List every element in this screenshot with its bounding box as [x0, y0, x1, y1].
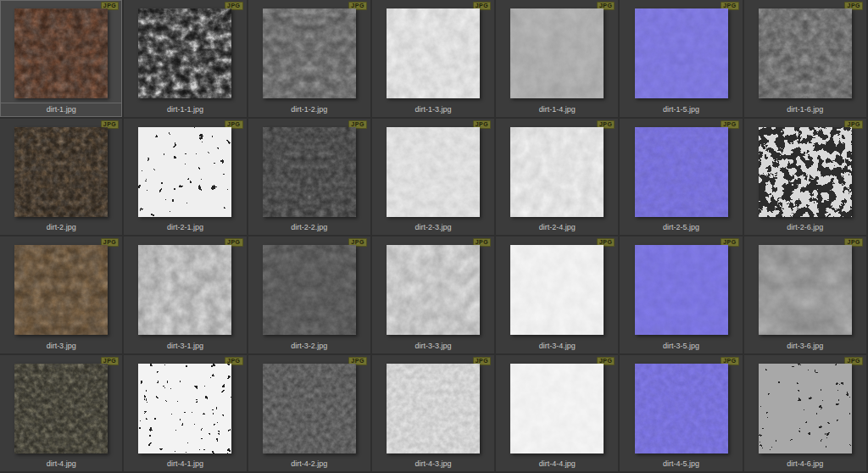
file-grid: JPGdirt-1.jpgJPGdirt-1-1.jpgJPGdirt-1-2.…	[0, 0, 868, 473]
texture-preview	[759, 8, 852, 98]
filename-label: dirt-2-6.jpg	[744, 221, 866, 235]
file-cell[interactable]: JPGdirt-3-1.jpg	[124, 236, 248, 355]
filename-label: dirt-3-6.jpg	[744, 340, 866, 353]
file-cell[interactable]: JPGdirt-2-3.jpg	[372, 119, 496, 237]
thumbnail[interactable]	[759, 127, 852, 217]
texture-preview	[759, 127, 852, 217]
file-cell[interactable]: JPGdirt-2.jpg	[0, 119, 124, 237]
file-cell[interactable]: JPGdirt-2-1.jpg	[124, 119, 248, 237]
texture-preview	[387, 8, 480, 98]
filename-label: dirt-4-4.jpg	[496, 458, 618, 471]
texture-preview	[510, 8, 604, 98]
thumbnail[interactable]	[263, 127, 356, 217]
texture-preview	[635, 8, 728, 98]
thumbnail[interactable]	[14, 364, 108, 454]
file-cell[interactable]: JPGdirt-4-2.jpg	[248, 355, 372, 473]
thumbnail[interactable]	[387, 127, 480, 217]
thumbnail[interactable]	[635, 8, 728, 98]
file-cell[interactable]: JPGdirt-3-2.jpg	[248, 236, 372, 355]
texture-preview	[14, 8, 108, 98]
file-cell[interactable]: JPGdirt-4-3.jpg	[372, 355, 496, 473]
filename-label: dirt-3-5.jpg	[620, 340, 742, 353]
filename-label: dirt-4-5.jpg	[620, 458, 742, 471]
file-cell[interactable]: JPGdirt-2-4.jpg	[496, 119, 620, 237]
file-cell[interactable]: JPGdirt-1-6.jpg	[744, 0, 868, 119]
texture-preview	[510, 245, 604, 335]
file-cell[interactable]: JPGdirt-2-6.jpg	[744, 119, 868, 237]
file-cell[interactable]: JPGdirt-1-3.jpg	[372, 0, 496, 119]
thumbnail[interactable]	[138, 127, 231, 217]
thumbnail[interactable]	[759, 245, 852, 335]
texture-preview	[387, 127, 480, 217]
file-cell[interactable]: JPGdirt-3-6.jpg	[744, 236, 868, 355]
thumbnail[interactable]	[387, 245, 480, 335]
texture-preview	[263, 364, 356, 454]
file-cell[interactable]: JPGdirt-4-5.jpg	[620, 355, 743, 473]
texture-preview	[263, 8, 356, 98]
thumbnail[interactable]	[510, 8, 604, 98]
filename-label: dirt-3-2.jpg	[248, 340, 370, 353]
texture-preview	[510, 127, 604, 217]
texture-preview	[138, 245, 231, 335]
filename-label: dirt-2-3.jpg	[372, 221, 494, 235]
file-cell[interactable]: JPGdirt-3-5.jpg	[620, 236, 743, 355]
filename-label: dirt-3-1.jpg	[124, 340, 246, 353]
thumbnail[interactable]	[263, 245, 356, 335]
file-cell[interactable]: JPGdirt-1.jpg	[0, 0, 124, 119]
thumbnail[interactable]	[14, 8, 108, 98]
filename-label: dirt-2-1.jpg	[124, 221, 246, 235]
texture-preview	[387, 364, 480, 454]
thumbnail[interactable]	[387, 8, 480, 98]
filename-label: dirt-1-3.jpg	[372, 103, 494, 117]
texture-preview	[138, 8, 231, 98]
filename-label: dirt-4-2.jpg	[248, 458, 370, 471]
file-cell[interactable]: JPGdirt-1-2.jpg	[248, 0, 372, 119]
texture-preview	[635, 364, 728, 454]
thumbnail[interactable]	[138, 8, 231, 98]
file-cell[interactable]: JPGdirt-4-1.jpg	[124, 355, 248, 473]
texture-preview	[635, 127, 728, 217]
file-cell[interactable]: JPGdirt-2-2.jpg	[248, 119, 372, 237]
thumbnail[interactable]	[635, 245, 728, 335]
texture-preview	[759, 364, 852, 454]
thumbnail[interactable]	[14, 127, 108, 217]
thumbnail[interactable]	[759, 364, 852, 454]
texture-preview	[14, 127, 108, 217]
texture-preview	[263, 127, 356, 217]
file-cell[interactable]: JPGdirt-1-5.jpg	[620, 0, 743, 119]
file-cell[interactable]: JPGdirt-1-1.jpg	[124, 0, 248, 119]
filename-label: dirt-2.jpg	[0, 221, 122, 235]
filename-label: dirt-3-4.jpg	[496, 340, 618, 353]
file-cell[interactable]: JPGdirt-2-5.jpg	[620, 119, 743, 237]
file-cell[interactable]: JPGdirt-3.jpg	[0, 236, 124, 355]
file-cell[interactable]: JPGdirt-3-4.jpg	[496, 236, 620, 355]
thumbnail[interactable]	[510, 245, 604, 335]
thumbnail[interactable]	[263, 8, 356, 98]
file-cell[interactable]: JPGdirt-4-6.jpg	[744, 355, 868, 473]
thumbnail[interactable]	[759, 8, 852, 98]
file-cell[interactable]: JPGdirt-4-4.jpg	[496, 355, 620, 473]
thumbnail[interactable]	[138, 245, 231, 335]
thumbnail[interactable]	[263, 364, 356, 454]
filename-label: dirt-4-3.jpg	[372, 458, 494, 471]
thumbnail[interactable]	[635, 127, 728, 217]
thumbnail[interactable]	[635, 364, 728, 454]
file-cell[interactable]: JPGdirt-1-4.jpg	[496, 0, 620, 119]
filename-label: dirt-4-1.jpg	[124, 458, 246, 471]
thumbnail[interactable]	[510, 364, 604, 454]
thumbnail[interactable]	[387, 364, 480, 454]
filename-label: dirt-2-5.jpg	[620, 221, 742, 235]
texture-preview	[635, 245, 728, 335]
texture-preview	[14, 245, 108, 335]
texture-preview	[138, 364, 231, 454]
texture-preview	[510, 364, 604, 454]
filename-label: dirt-4.jpg	[0, 458, 122, 471]
filename-label: dirt-3.jpg	[0, 340, 122, 353]
thumbnail[interactable]	[138, 364, 231, 454]
thumbnail[interactable]	[14, 245, 108, 335]
thumbnail[interactable]	[510, 127, 604, 217]
file-cell[interactable]: JPGdirt-4.jpg	[0, 355, 124, 473]
filename-label: dirt-2-2.jpg	[248, 221, 370, 235]
filename-label: dirt-1-5.jpg	[620, 103, 742, 117]
file-cell[interactable]: JPGdirt-3-3.jpg	[372, 236, 496, 355]
